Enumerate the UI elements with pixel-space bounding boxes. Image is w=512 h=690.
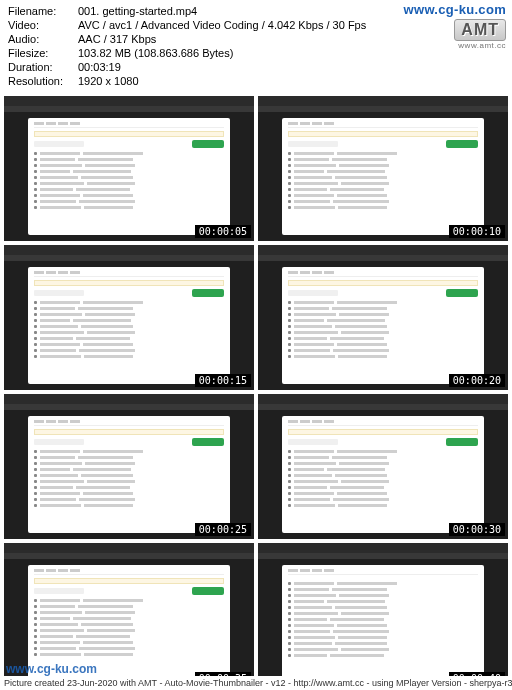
list-item: [34, 163, 224, 168]
list-item: [34, 324, 224, 329]
list-item: [288, 306, 478, 311]
repo-list: [288, 151, 478, 210]
list-item: [34, 169, 224, 174]
timestamp-badge: 00:00:15: [195, 374, 251, 387]
list-item: [288, 300, 478, 305]
browser-titlebar: [4, 394, 254, 404]
new-button: [192, 289, 224, 297]
repo-list: [34, 300, 224, 359]
list-item: [34, 181, 224, 186]
list-item: [288, 354, 478, 359]
notice-banner: [34, 280, 224, 286]
page-body: [282, 565, 484, 682]
list-item: [288, 169, 478, 174]
new-button: [192, 587, 224, 595]
timestamp-badge: 00:00:05: [195, 225, 251, 238]
amt-logo-sub: www.amt.cc: [404, 41, 506, 50]
watermark-bottom: www.cg-ku.com: [6, 662, 97, 676]
page-nav: [288, 420, 478, 426]
list-item: [288, 635, 478, 640]
browser-tabbar: [4, 106, 254, 112]
list-item: [288, 199, 478, 204]
list-item: [288, 467, 478, 472]
browser-titlebar: [4, 96, 254, 106]
list-item: [34, 151, 224, 156]
meta-resolution-label: Resolution:: [8, 74, 78, 88]
browser-tabbar: [258, 255, 508, 261]
browser-tabbar: [4, 404, 254, 410]
notice-banner: [34, 578, 224, 584]
repo-list: [288, 581, 478, 658]
list-item: [34, 485, 224, 490]
repo-toolbar: [34, 587, 224, 595]
search-input: [34, 141, 84, 147]
list-item: [34, 610, 224, 615]
new-button: [446, 140, 478, 148]
timestamp-badge: 00:00:20: [449, 374, 505, 387]
list-item: [34, 634, 224, 639]
new-button: [192, 140, 224, 148]
notice-banner: [288, 131, 478, 137]
amt-logo-box: AMT: [454, 19, 506, 41]
page-nav: [34, 271, 224, 277]
list-item: [34, 616, 224, 621]
list-item: [34, 354, 224, 359]
list-item: [34, 318, 224, 323]
logo-area: www.cg-ku.com AMT www.amt.cc: [404, 2, 506, 50]
list-item: [288, 581, 478, 586]
timestamp-badge: 00:00:30: [449, 523, 505, 536]
page-nav: [288, 122, 478, 128]
list-item: [288, 163, 478, 168]
browser-titlebar: [258, 245, 508, 255]
list-item: [34, 157, 224, 162]
list-item: [34, 348, 224, 353]
meta-filename-label: Filename:: [8, 4, 78, 18]
repo-toolbar: [34, 289, 224, 297]
list-item: [288, 348, 478, 353]
list-item: [288, 175, 478, 180]
notice-banner: [288, 429, 478, 435]
list-item: [34, 330, 224, 335]
list-item: [34, 312, 224, 317]
page-nav: [288, 569, 478, 575]
list-item: [34, 622, 224, 627]
list-item: [34, 652, 224, 657]
list-item: [34, 503, 224, 508]
browser-titlebar: [258, 96, 508, 106]
list-item: [288, 151, 478, 156]
list-item: [34, 598, 224, 603]
browser-tabbar: [4, 553, 254, 559]
meta-filename-value: 001. getting-started.mp4: [78, 4, 197, 18]
list-item: [34, 461, 224, 466]
list-item: [34, 449, 224, 454]
repo-list: [288, 300, 478, 359]
page-body: [282, 267, 484, 384]
list-item: [288, 336, 478, 341]
thumbnail-4: 00:00:20: [258, 245, 508, 390]
list-item: [34, 205, 224, 210]
list-item: [34, 491, 224, 496]
browser-tabbar: [258, 404, 508, 410]
repo-toolbar: [34, 438, 224, 446]
list-item: [34, 342, 224, 347]
list-item: [288, 157, 478, 162]
list-item: [34, 467, 224, 472]
list-item: [288, 503, 478, 508]
list-item: [34, 473, 224, 478]
footer-credits: Picture created 23-Jun-2020 with AMT - A…: [0, 676, 512, 690]
thumbnail-8: 00:00:40: [258, 543, 508, 688]
new-button: [446, 289, 478, 297]
list-item: [288, 497, 478, 502]
meta-duration-label: Duration:: [8, 60, 78, 74]
list-item: [288, 593, 478, 598]
search-input: [288, 439, 338, 445]
list-item: [34, 300, 224, 305]
new-button: [192, 438, 224, 446]
search-input: [34, 439, 84, 445]
list-item: [288, 193, 478, 198]
list-item: [288, 599, 478, 604]
browser-titlebar: [258, 543, 508, 553]
timestamp-badge: 00:00:25: [195, 523, 251, 536]
list-item: [34, 455, 224, 460]
list-item: [34, 640, 224, 645]
